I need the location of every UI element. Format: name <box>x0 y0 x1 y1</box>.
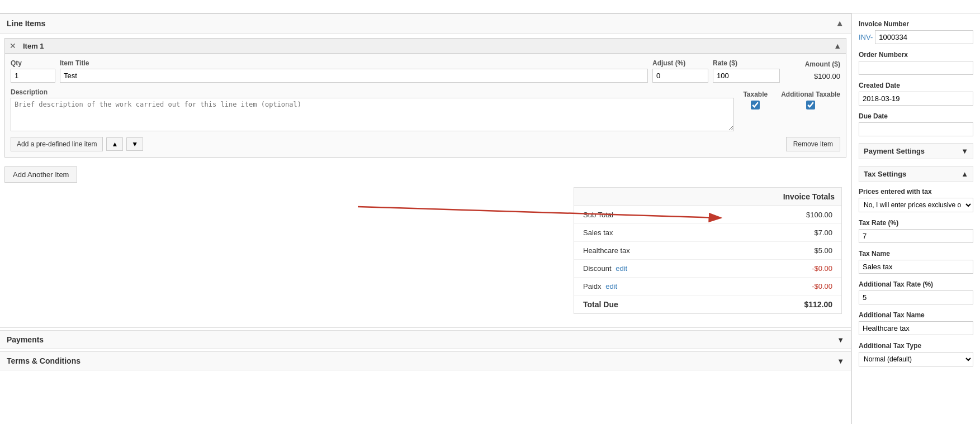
line-items-header[interactable]: Line Items ▲ <box>0 13 851 34</box>
prices-entered-row: No, I will enter prices exclusive o Yes,… <box>859 198 973 212</box>
additional-tax-name-input[interactable] <box>859 321 973 335</box>
description-group: Description <box>11 88 734 131</box>
payment-settings-header[interactable]: Payment Settings ▼ <box>859 143 973 159</box>
tax-settings-label: Tax Settings <box>864 170 906 178</box>
item-1-header-left: ✕ Item 1 <box>10 41 44 50</box>
created-date-label: Created Date <box>859 82 973 89</box>
tax-rate-field: Tax Rate (%) <box>859 219 973 243</box>
discount-edit-link[interactable]: edit <box>616 264 627 273</box>
item-1-collapse-button[interactable]: ▲ <box>834 41 841 50</box>
line-items-body: ✕ Item 1 ▲ Qty Ite <box>0 34 851 328</box>
total-due-row: Total Due $112.00 <box>574 296 841 313</box>
invoice-totals-box: Invoice Totals Sub Total $100.00 Sales t… <box>574 187 842 314</box>
taxable-label: Taxable <box>743 90 768 98</box>
adjust-input[interactable] <box>652 69 708 83</box>
prices-entered-label: Prices entered with tax <box>859 188 973 196</box>
inv-number-input[interactable] <box>875 30 973 44</box>
item-1-label: Item 1 <box>23 42 44 50</box>
invoice-number-row: INV- <box>859 30 973 44</box>
rate-input[interactable] <box>713 69 780 83</box>
additional-tax-type-row: Normal (default) Compound <box>859 352 973 366</box>
payments-toggle-icon: ▼ <box>837 336 844 344</box>
rate-label: Rate ($) <box>713 59 780 67</box>
healthcare-tax-value: $5.00 <box>814 246 832 255</box>
qty-input[interactable] <box>11 69 55 83</box>
tax-name-input[interactable] <box>859 260 973 274</box>
order-number-field: Order Numberx <box>859 51 973 75</box>
created-date-field: Created Date <box>859 82 973 106</box>
additional-tax-name-field: Additional Tax Name <box>859 311 973 335</box>
subtotal-label: Sub Total <box>583 211 613 219</box>
up-arrow-btn[interactable]: ▲ <box>106 137 123 151</box>
discount-value: -$0.00 <box>812 264 832 273</box>
healthcare-tax-label: Healthcare tax <box>583 246 630 255</box>
item-1-card: ✕ Item 1 ▲ Qty Ite <box>4 38 846 158</box>
paid-row: Paidx edit -$0.00 <box>574 278 841 296</box>
payments-title: Payments <box>7 335 44 344</box>
tax-settings-section: Tax Settings ▲ Prices entered with tax N… <box>859 166 973 366</box>
total-due-value: $112.00 <box>804 300 832 309</box>
discount-row: Discount edit -$0.00 <box>574 260 841 278</box>
additional-taxable-label: Additional Taxable <box>781 90 840 98</box>
amount-value: $100.00 <box>784 70 840 83</box>
line-items-title: Line Items <box>7 19 45 28</box>
prices-entered-field: Prices entered with tax No, I will enter… <box>859 188 973 212</box>
item-1-close-button[interactable]: ✕ <box>10 41 16 50</box>
prices-entered-select[interactable]: No, I will enter prices exclusive o Yes,… <box>859 198 973 212</box>
payment-settings-field: Payment Settings ▼ <box>859 143 973 159</box>
additional-tax-rate-field: Additional Tax Rate (%) <box>859 280 973 304</box>
additional-tax-rate-label: Additional Tax Rate (%) <box>859 280 973 288</box>
additional-tax-rate-input[interactable] <box>859 290 973 304</box>
order-number-input[interactable] <box>859 61 973 75</box>
top-textarea[interactable] <box>2 2 978 9</box>
item-1-header: ✕ Item 1 ▲ <box>5 39 846 54</box>
add-another-item-button[interactable]: Add Another Item <box>4 166 77 183</box>
item-1-body: Qty Item Title Adjust (%) <box>5 54 846 157</box>
additional-tax-type-select[interactable]: Normal (default) Compound <box>859 352 973 366</box>
main-area: Line Items ▲ ✕ Item 1 ▲ <box>0 13 851 424</box>
additional-taxable-checkbox[interactable] <box>806 101 815 109</box>
sales-tax-row: Sales tax $7.00 <box>574 224 841 242</box>
remove-item-button[interactable]: Remove Item <box>786 137 840 151</box>
sales-tax-label: Sales tax <box>583 228 613 237</box>
due-date-label: Due Date <box>859 112 973 120</box>
total-due-label: Total Due <box>583 300 618 309</box>
desc-tax-row: Description Taxable Additional Taxable <box>11 88 840 131</box>
adjust-label: Adjust (%) <box>652 59 708 67</box>
tax-rate-input[interactable] <box>859 229 973 243</box>
predefined-btn[interactable]: Add a pre-defined line item <box>11 137 103 151</box>
qty-group: Qty <box>11 59 55 83</box>
taxable-checkbox[interactable] <box>751 101 760 109</box>
invoice-totals-section: Invoice Totals Sub Total $100.00 Sales t… <box>4 187 846 323</box>
top-stub <box>0 0 980 13</box>
invoice-totals-title: Invoice Totals <box>574 188 841 206</box>
terms-title: Terms & Conditions <box>7 356 81 365</box>
item-title-group: Item Title <box>60 59 648 83</box>
due-date-input[interactable] <box>859 122 973 136</box>
item-title-input[interactable] <box>60 69 648 83</box>
tax-settings-header[interactable]: Tax Settings ▲ <box>859 166 973 182</box>
inv-prefix: INV- <box>859 33 873 41</box>
rate-group: Rate ($) <box>713 59 780 83</box>
paid-label: Paidx edit <box>583 282 617 290</box>
down-arrow-btn[interactable]: ▼ <box>126 137 143 151</box>
description-input[interactable] <box>11 98 734 131</box>
discount-label: Discount edit <box>583 264 627 273</box>
payment-settings-toggle: ▼ <box>961 147 968 155</box>
sales-tax-value: $7.00 <box>814 228 832 237</box>
terms-header[interactable]: Terms & Conditions ▼ <box>0 351 851 370</box>
subtotal-value: $100.00 <box>806 211 832 219</box>
qty-label: Qty <box>11 59 55 67</box>
description-label: Description <box>11 88 734 96</box>
payment-settings-label: Payment Settings <box>864 147 925 155</box>
item-title-label: Item Title <box>60 59 648 67</box>
tax-name-label: Tax Name <box>859 250 973 258</box>
created-date-input[interactable] <box>859 92 973 106</box>
adjust-group: Adjust (%) <box>652 59 708 83</box>
paid-edit-link[interactable]: edit <box>605 282 617 290</box>
invoice-number-label: Invoice Number <box>859 20 973 28</box>
right-sidebar: Invoice Number INV- Order Numberx Create… <box>851 13 980 424</box>
subtotal-row: Sub Total $100.00 <box>574 206 841 224</box>
payments-header[interactable]: Payments ▼ <box>0 330 851 349</box>
additional-tax-type-field: Additional Tax Type Normal (default) Com… <box>859 342 973 366</box>
